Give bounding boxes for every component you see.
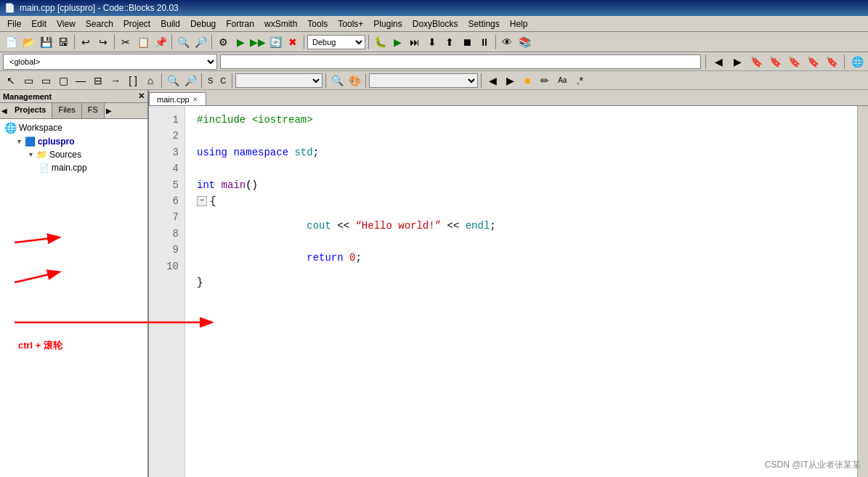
debug-step-btn[interactable]: ⬇ — [424, 34, 440, 50]
vertical-scrollbar[interactable] — [857, 106, 868, 477]
open-button[interactable]: 📂 — [20, 34, 36, 50]
zoom-in-btn[interactable]: 🔍 — [165, 73, 181, 89]
bookmark-btn[interactable]: 🔖 — [748, 54, 764, 70]
rect3-btn[interactable]: ▢ — [55, 73, 71, 89]
dbg-watch-btn[interactable]: 👁 — [499, 34, 515, 50]
collapse-button[interactable]: − — [197, 196, 207, 206]
code-content[interactable]: 1 2 3 4 5 6 7 8 9 10 #include <iostream> — [149, 106, 868, 477]
jump-btn[interactable]: 🌐 — [849, 54, 865, 70]
menu-help[interactable]: Help — [506, 17, 532, 30]
project-icon: 🟦 — [25, 136, 36, 147]
rect2-btn[interactable]: ▭ — [38, 73, 54, 89]
menu-settings[interactable]: Settings — [463, 17, 503, 30]
menu-search[interactable]: Search — [81, 17, 118, 30]
tab-fs[interactable]: FS — [82, 103, 105, 118]
save-all-button[interactable]: 🖫 — [55, 34, 71, 50]
panel-close-button[interactable]: ✕ — [138, 91, 145, 101]
menu-file[interactable]: File — [3, 17, 25, 30]
panel-header: Management ✕ — [0, 90, 147, 103]
font-dropdown[interactable] — [235, 73, 323, 88]
tab-projects[interactable]: Projects — [9, 103, 52, 118]
sep-g2 — [844, 54, 845, 69]
find-button[interactable]: 🔍 — [175, 34, 191, 50]
regex-btn[interactable]: .* — [572, 73, 588, 89]
bracket2-btn[interactable]: ⌂ — [142, 73, 158, 89]
bookmark5-btn[interactable]: 🔖 — [824, 54, 840, 70]
menu-debug[interactable]: Debug — [186, 17, 220, 30]
nav-left-btn[interactable]: ◀ — [484, 73, 500, 89]
build-button[interactable]: ▶ — [232, 34, 248, 50]
tab-close-button[interactable]: ✕ — [192, 96, 198, 103]
tab-main-cpp[interactable]: main.cpp ✕ — [149, 92, 206, 105]
pencil-btn[interactable]: ✏ — [537, 73, 553, 89]
zoom-out-btn[interactable]: 🔎 — [182, 73, 198, 89]
rect-btn[interactable]: ▭ — [20, 73, 36, 89]
debug-btn[interactable]: 🐛 — [372, 34, 388, 50]
menu-wxsmith[interactable]: wxSmith — [260, 17, 301, 30]
rebuild-button[interactable]: 🔄 — [267, 34, 283, 50]
color-btn[interactable]: 🎨 — [346, 73, 362, 89]
debug-stop-btn[interactable]: ⏹ — [459, 34, 475, 50]
redo-button[interactable]: ↪ — [95, 34, 111, 50]
bookmark2-btn[interactable]: 🔖 — [767, 54, 783, 70]
dbg-stack-btn[interactable]: 📚 — [516, 34, 532, 50]
bracket-btn[interactable]: [ ] — [125, 73, 141, 89]
project-tree: 🌐 Workspace ▼ 🟦 cpluspro ▼ 📁 Sources 📄 m… — [0, 119, 147, 477]
arrow-btn[interactable]: → — [108, 73, 123, 89]
paste-button[interactable]: 📌 — [153, 34, 169, 50]
highlight-btn[interactable]: ■ — [519, 73, 535, 89]
aa-btn[interactable]: Aa — [554, 73, 570, 89]
tree-project-cpluspro[interactable]: ▼ 🟦 cpluspro — [16, 135, 146, 148]
panel-tab-right-nav[interactable]: ▶ — [105, 103, 113, 118]
bookmark3-btn[interactable]: 🔖 — [786, 54, 802, 70]
settings-btn[interactable]: ⚙ — [215, 34, 231, 50]
new-button[interactable]: 📄 — [3, 34, 19, 50]
menu-tools[interactable]: Tools — [303, 17, 332, 30]
code-text-area[interactable]: #include <iostream> using namespace std;… — [185, 106, 857, 477]
menu-project[interactable]: Project — [119, 17, 155, 30]
return-keyword: return — [307, 250, 349, 266]
run-button[interactable]: ▶▶ — [250, 34, 266, 50]
nav-right-btn[interactable]: ▶ — [502, 73, 518, 89]
code-line-9: } — [197, 274, 845, 290]
stop-button[interactable]: ✖ — [285, 34, 301, 50]
style-dropdown[interactable] — [369, 73, 478, 88]
sep3 — [171, 35, 172, 49]
menu-plugins[interactable]: Plugins — [369, 17, 406, 30]
menu-doxyblocks[interactable]: DoxyBlocks — [408, 17, 463, 30]
nav-back-btn[interactable]: ◀ — [710, 54, 726, 70]
debug-next-btn[interactable]: ⏭ — [407, 34, 423, 50]
tab-files[interactable]: Files — [52, 103, 81, 118]
menu-tools-plus[interactable]: Tools+ — [333, 17, 368, 30]
build-target-dropdown[interactable]: Debug Release — [307, 35, 365, 49]
copy-button[interactable]: 📋 — [135, 34, 151, 50]
menu-fortran[interactable]: Fortran — [222, 17, 259, 30]
toolbar-1: 📄 📂 💾 🖫 ↩ ↪ ✂ 📋 📌 🔍 🔎 ⚙ ▶ ▶▶ 🔄 ✖ Debug R… — [0, 32, 868, 52]
line2-btn[interactable]: ⊟ — [90, 73, 106, 89]
debug-run-btn[interactable]: ▶ — [389, 34, 405, 50]
menu-view[interactable]: View — [52, 17, 80, 30]
find2-button[interactable]: 🔎 — [192, 34, 208, 50]
bookmark4-btn[interactable]: 🔖 — [805, 54, 821, 70]
c-label: C — [217, 76, 229, 85]
line-num-5: 5 — [149, 177, 184, 193]
panel-tab-left-nav[interactable]: ◀ — [0, 103, 9, 118]
line-btn[interactable]: — — [73, 73, 89, 89]
nav-fwd-btn[interactable]: ▶ — [729, 54, 745, 70]
cursor-btn[interactable]: ↖ — [3, 73, 19, 89]
search-icon-btn[interactable]: 🔍 — [329, 73, 345, 89]
save-button[interactable]: 💾 — [38, 34, 54, 50]
sep6 — [368, 35, 369, 49]
line-num-9: 9 — [149, 242, 184, 258]
tree-workspace[interactable]: 🌐 Workspace — [4, 121, 146, 135]
debug-pause-btn[interactable]: ⏸ — [476, 34, 492, 50]
line-num-2: 2 — [149, 128, 184, 144]
global-scope-dropdown[interactable]: <global> — [3, 54, 217, 70]
undo-button[interactable]: ↩ — [78, 34, 94, 50]
tree-main-cpp[interactable]: 📄 main.cpp — [39, 161, 146, 174]
menu-build[interactable]: Build — [156, 17, 184, 30]
menu-edit[interactable]: Edit — [27, 17, 51, 30]
tree-sources-folder[interactable]: ▼ 📁 Sources — [28, 148, 146, 161]
cut-button[interactable]: ✂ — [118, 34, 134, 50]
debug-out-btn[interactable]: ⬆ — [442, 34, 458, 50]
